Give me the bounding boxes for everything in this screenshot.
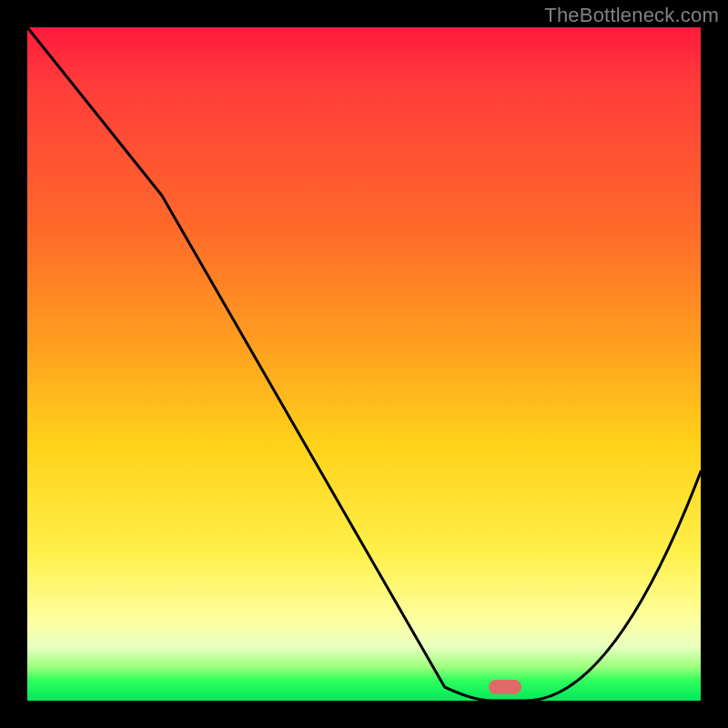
optimal-marker [489, 680, 521, 694]
chart-line-layer [27, 27, 701, 701]
watermark-text: TheBottleneck.com [544, 4, 719, 27]
chart-frame: TheBottleneck.com [0, 0, 728, 728]
bottleneck-curve-path [27, 27, 701, 701]
